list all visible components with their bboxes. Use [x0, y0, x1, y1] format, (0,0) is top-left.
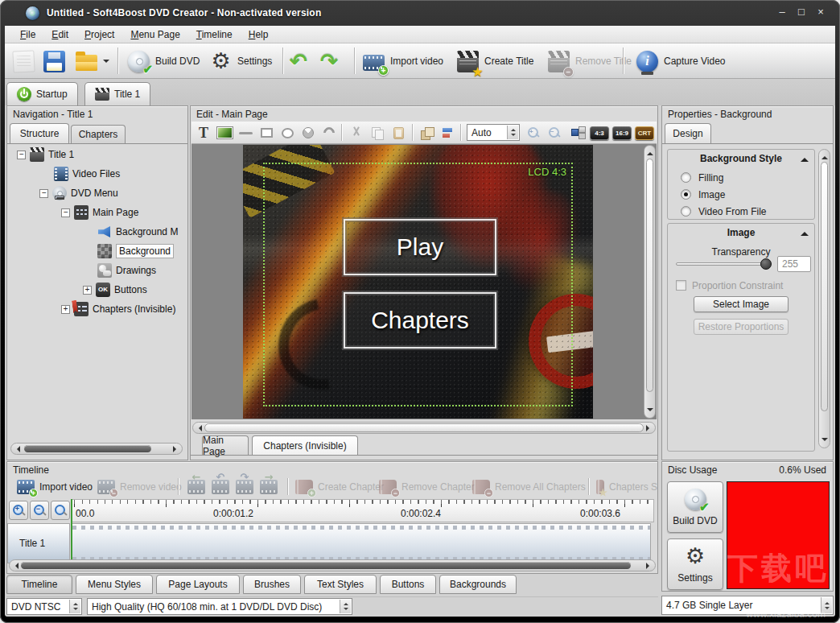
tab-design[interactable]: Design	[665, 123, 711, 143]
rotate-video-left-button[interactable]: ↶	[212, 476, 229, 498]
zoom-select[interactable]: Auto	[467, 124, 520, 141]
radio-video-from-file[interactable]	[681, 206, 691, 217]
tree-item-title-1[interactable]: −Title 1	[7, 145, 187, 164]
menu-edit[interactable]: Edit	[44, 27, 76, 42]
expander-icon[interactable]: −	[61, 208, 70, 217]
safe-area-169-button[interactable]: 16:9	[611, 123, 632, 142]
canvas-horizontal-scrollbar[interactable]	[192, 422, 656, 434]
tree-item-drawings[interactable]: Drawings	[7, 261, 187, 280]
titlebar[interactable]: Untitled - Soft4Boost DVD Creator - Non-…	[0, 0, 840, 26]
timeline-zoom-fit-button[interactable]	[51, 501, 70, 520]
timeline-ruler[interactable]: 00.0 0:00:01.2 0:00:02.4 0:00:03.6	[72, 499, 654, 522]
restore-proportions-button[interactable]: Restore Proportions	[694, 319, 789, 335]
nav-horizontal-scrollbar[interactable]	[10, 443, 183, 455]
transparency-value[interactable]: 255	[777, 256, 811, 272]
radio-filling[interactable]	[681, 172, 691, 183]
remove-all-chapters-button[interactable]: −Remove All Chapters	[472, 476, 586, 498]
disc-build-dvd-button[interactable]: Build DVD	[667, 481, 723, 533]
menu-background-image[interactable]: LCD 4:3 Play Chapters	[243, 145, 593, 419]
scroll-right-icon[interactable]	[646, 563, 653, 569]
tab-page-layouts[interactable]: Page Layouts	[156, 575, 240, 594]
layers-button[interactable]	[417, 123, 438, 142]
object-tree-button[interactable]	[568, 123, 589, 142]
tab-startup[interactable]: Startup	[6, 82, 78, 105]
menu-canvas[interactable]: LCD 4:3 Play Chapters	[191, 144, 657, 419]
tab-timeline[interactable]: Timeline	[6, 575, 72, 594]
ellipse-tool-button[interactable]	[277, 123, 298, 142]
scroll-down-icon[interactable]	[647, 408, 653, 415]
collapse-icon[interactable]	[801, 228, 809, 236]
timeline-horizontal-scrollbar[interactable]	[9, 559, 656, 571]
canvas-vertical-scrollbar[interactable]	[644, 145, 656, 419]
minimize-button[interactable]: –	[776, 6, 789, 18]
paste-button[interactable]	[388, 123, 409, 142]
disc-settings-button[interactable]: Settings	[667, 538, 723, 590]
slider-knob[interactable]	[760, 258, 772, 270]
scrollbar-thumb[interactable]	[821, 162, 828, 411]
tab-text-styles[interactable]: Text Styles	[304, 575, 377, 594]
page-tab-chapters-invisible[interactable]: Chapters (Invisible)	[252, 435, 358, 455]
copy-button[interactable]	[367, 123, 388, 142]
timeline-zoom-out-button[interactable]: −	[30, 501, 49, 520]
tab-buttons[interactable]: Buttons	[380, 575, 436, 594]
tree-item-video-files[interactable]: Video Files	[7, 164, 187, 184]
open-project-button[interactable]	[76, 47, 109, 76]
tree-item-background-music[interactable]: Background M	[7, 222, 187, 241]
scrollbar-thumb[interactable]	[24, 445, 151, 452]
menu-help[interactable]: Help	[241, 27, 276, 42]
redo-button[interactable]	[320, 47, 342, 76]
proportion-constraint-checkbox[interactable]	[676, 280, 686, 291]
close-button[interactable]: ×	[814, 6, 827, 18]
menu-menu-page[interactable]: Menu Page	[123, 27, 187, 42]
expander-icon[interactable]: +	[83, 286, 92, 295]
tree-item-dvd-menu[interactable]: −DVD Menu	[7, 184, 187, 203]
zoom-out-button[interactable]: −	[544, 123, 565, 142]
undo-button[interactable]	[290, 47, 311, 76]
disc-capacity-select[interactable]: 4.7 GB Single Layer	[661, 596, 834, 615]
page-tab-main-page[interactable]: Main Page	[202, 435, 249, 455]
spinner-icon[interactable]	[69, 600, 80, 613]
new-project-button[interactable]	[13, 47, 35, 76]
tab-menu-styles[interactable]: Menu Styles	[76, 575, 153, 594]
rectangle-tool-button[interactable]	[256, 123, 277, 142]
rotate-video-right-button[interactable]: ↷	[236, 476, 253, 498]
scroll-up-icon[interactable]	[647, 149, 653, 155]
timeline-remove-video-button[interactable]: −Remove video	[97, 476, 182, 498]
save-project-button[interactable]	[43, 47, 65, 76]
transparency-slider[interactable]	[676, 262, 771, 266]
menu-file[interactable]: File	[13, 27, 43, 42]
timeline-zoom-in-button[interactable]: +	[9, 501, 28, 520]
remove-chapter-button[interactable]: −Remove Chapter	[379, 476, 475, 498]
align-button[interactable]	[438, 123, 459, 142]
expander-icon[interactable]: −	[17, 151, 26, 159]
spinner-icon[interactable]	[340, 600, 351, 613]
tree-item-main-page[interactable]: −Main Page	[7, 203, 187, 222]
scrollbar-thumb[interactable]	[204, 423, 644, 432]
scroll-left-icon[interactable]	[14, 446, 20, 452]
move-video-start-button[interactable]: ←	[187, 476, 205, 498]
settings-button[interactable]: Settings	[210, 47, 272, 76]
radio-image[interactable]	[681, 189, 691, 200]
remove-title-button[interactable]: −Remove Title	[548, 47, 632, 76]
tree-item-background[interactable]: Background	[7, 241, 187, 261]
tab-title-1[interactable]: Title 1	[84, 82, 150, 105]
scroll-right-icon[interactable]	[646, 425, 653, 431]
tab-chapters[interactable]: Chapters	[71, 125, 126, 143]
tree-item-chapters-invisible[interactable]: +Chapters (Invisible)	[7, 299, 187, 319]
tab-brushes[interactable]: Brushes	[243, 575, 301, 594]
scrollbar-thumb[interactable]	[21, 562, 631, 569]
spinner-icon[interactable]	[507, 126, 518, 139]
collapse-icon[interactable]	[801, 154, 809, 162]
track-title-1[interactable]: Title 1	[7, 523, 70, 563]
timeline-track[interactable]	[72, 523, 651, 563]
move-video-end-button[interactable]: →	[260, 476, 278, 498]
tree-item-buttons[interactable]: +Buttons	[7, 280, 187, 299]
arc-tool-button[interactable]	[319, 123, 340, 142]
safe-area-43-button[interactable]: 4:3	[589, 123, 610, 142]
quality-select[interactable]: High Quality (HQ 60/108 min. at 1 DVD/DL…	[87, 598, 352, 615]
select-image-button[interactable]: Select Image	[694, 296, 789, 312]
image-tool-button[interactable]	[214, 123, 235, 142]
dvd-menu-play-button[interactable]: Play	[344, 219, 496, 275]
pie-tool-button[interactable]	[298, 123, 319, 142]
scroll-left-icon[interactable]	[196, 425, 202, 431]
